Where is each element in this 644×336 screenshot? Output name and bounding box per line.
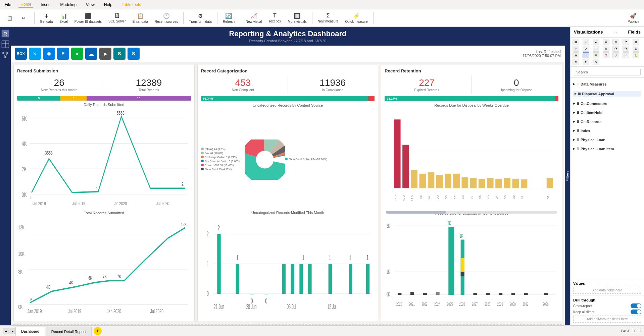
transform-data-button[interactable]: ⚙ Transform data [186,10,214,26]
power-bi-datasets-button[interactable]: ⬛ Power BI datasets [72,10,104,26]
viz-qa[interactable]: ❓ [603,52,609,58]
viz-panel-title[interactable]: Visualizations [574,30,603,35]
menu-help[interactable]: Help [102,2,114,8]
physical-loan-header[interactable]: ▸ ⊞ Physical Loan [573,137,641,142]
overdue-scrollbar[interactable] [386,211,557,214]
total-records-kpi: 12389 Total Records [107,75,191,94]
viz-pie[interactable]: ◔ [623,39,629,45]
filter-strip[interactable]: Filters [565,27,570,325]
viz-gauge[interactable]: ⊙ [583,46,589,52]
menu-insert[interactable]: Insert [39,2,53,8]
menu-file[interactable]: File [3,2,13,8]
enter-data-button[interactable]: 📋 Enter data [130,10,151,26]
quick-measure-button[interactable]: ⚡ Quick measure [342,10,370,26]
box-connector-button[interactable]: BOX [15,48,27,60]
tab-next-button[interactable]: ▸ [9,328,15,334]
viz-funnel[interactable]: ▽ [573,46,579,52]
viz-more[interactable]: ⊕ [593,59,599,65]
sidebar-report-icon[interactable]: R [1,30,9,38]
rp-chevrons[interactable]: ‹ › [614,30,617,34]
svg-text:Jan 2020: Jan 2020 [113,201,127,207]
publish-button[interactable]: 🚀 Publish [625,10,641,26]
viz-kpi[interactable]: 📊 [593,46,599,52]
keep-filters-label: Keep all filters [573,310,594,314]
excel-button[interactable]: 📊 Excel [57,10,70,26]
tab-record-detail[interactable]: Record Detail Report [46,327,92,336]
index-header[interactable]: ▸ ⊞ Index [573,128,641,133]
menu-table-tools[interactable]: Table tools [120,2,143,8]
sharepoint1-connector-button[interactable]: S [113,48,126,60]
get-item-hold-label: GetItemHold [581,111,602,115]
fields-panel-title[interactable]: Fields [628,30,641,35]
data-measures-expand-icon: ▸ [573,82,575,86]
fields-search-input[interactable] [574,69,641,75]
viz-row1: ▦ 📈 ▲ 🎗 ⊙ ◔ ▦ [573,39,642,45]
svg-text:0K: 0K [29,296,33,302]
data-measures-header[interactable]: ▸ ⊞ Data Measures [573,82,641,86]
viz-area-chart[interactable]: ▲ [593,39,599,45]
new-measure-button[interactable]: Σ New measure [315,10,341,26]
viz-paginated[interactable]: 📄 [623,52,629,58]
viz-smart-narrative[interactable]: 📝 [612,52,619,58]
refresh-button[interactable]: 🔄 Refresh [220,10,237,26]
new-records-label: New Records this month [18,88,100,92]
new-visual-button[interactable]: 📈 New visual [243,10,264,26]
menu-home[interactable]: Home [18,1,33,8]
viz-ribbon-chart[interactable]: 🎗 [603,39,609,45]
svg-text:31: 31 [521,195,524,199]
viz-bar-chart-active[interactable]: 📊 [583,52,589,58]
viz-matrix[interactable]: ⊞ [573,52,579,58]
disposal-approval-header[interactable]: ▸ ⊞ Disposal Approval [573,91,641,97]
expired-records-kpi: 227 Expired Records [385,75,468,94]
sql-server-button[interactable]: 🗄 SQL Server [106,10,129,26]
svg-text:2: 2 [207,230,209,238]
ribbon-undo[interactable]: ↩ [17,13,30,23]
viz-r[interactable]: R [573,59,579,65]
tab-dashboard[interactable]: Dashboard [15,327,45,336]
index-label: Index [581,129,590,133]
viz-table[interactable]: ⊞ [633,46,639,52]
onedrive-connector-button[interactable]: ☁ [85,48,97,60]
ribbon-clipboard[interactable]: 📋 [3,13,16,23]
physical-loan-item-header[interactable]: ▸ ⊞ Physical Loan Item [573,147,641,151]
viz-ai-visuals[interactable]: AI [583,59,589,65]
ms-connector-button[interactable]: ✕ [29,48,41,60]
keep-filters-toggle[interactable] [631,310,641,314]
last-refreshed-value: 17/06/2020 7:50:07 PM [523,54,561,58]
legend-sp-online-dot [285,158,288,160]
menu-modeling[interactable]: Modeling [58,2,79,8]
viz-treemap[interactable]: ▦ [633,39,639,45]
svg-text:12K: 12K [18,225,24,231]
sharepoint2-connector-button[interactable]: S [128,48,140,60]
add-tab-button[interactable]: + [94,327,102,335]
get-records-header[interactable]: ▸ ⊞ GetRecords [573,119,641,124]
dropbox-connector-button[interactable]: ◉ [43,48,55,60]
menu-view[interactable]: View [84,2,97,8]
viz-card[interactable]: ▭ [603,46,609,52]
viz-line-chart[interactable]: 📈 [583,39,589,45]
viz-scatter[interactable]: ⊙ [612,39,619,45]
text-box-button[interactable]: T Text box [266,10,284,26]
svg-rect-138 [499,293,502,294]
viz-stacked-bar[interactable]: ▦ [573,39,579,45]
veeam-connector-button[interactable]: ● [71,48,83,60]
viz-decomp-tree[interactable]: 🌳 [593,52,599,58]
quick-measure-icon: ⚡ [353,13,360,19]
viz-python[interactable]: 🐍 [633,52,639,58]
get-connectors-header[interactable]: ▸ ⊞ GetConnectors [573,101,641,106]
get-data-button[interactable]: ⬇ Get data [37,10,55,26]
field-table-icon3: ⊞ [577,102,579,105]
svg-rect-98 [496,179,502,188]
arrow-connector-button[interactable]: ▶ [99,48,111,60]
exchange-connector-button[interactable]: E [57,48,69,60]
sidebar-table-icon[interactable] [1,40,9,48]
viz-shape-map[interactable]: 🗺 [623,46,629,52]
tab-prev-button[interactable]: ◂ [3,328,9,334]
more-visuals-button[interactable]: 🔲 More visuals [285,10,309,26]
recent-sources-button[interactable]: 🕒 Recent sources [152,10,181,26]
get-item-hold-header[interactable]: ▸ ⊞ GetItemHold [573,110,641,115]
viz-map[interactable]: 🗺 [612,46,619,52]
sidebar-model-icon[interactable] [1,51,9,59]
enter-data-label: Enter data [133,20,148,23]
cross-report-toggle[interactable] [631,303,641,308]
